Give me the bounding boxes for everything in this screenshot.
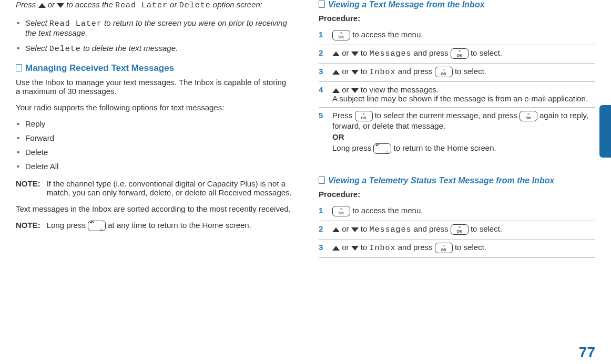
step-number: 1 xyxy=(319,30,325,39)
step-body: to access the menu. xyxy=(332,30,595,40)
up-arrow-icon xyxy=(332,70,340,75)
up-arrow-icon xyxy=(332,227,340,232)
step-text: to xyxy=(359,224,370,233)
home-key-icon xyxy=(373,143,391,154)
options-list: Reply Forward Delete Delete All xyxy=(16,119,292,171)
note-label: NOTE: xyxy=(16,179,40,197)
step-row: 4 or to view the messages. A subject lin… xyxy=(319,82,595,108)
up-arrow-icon xyxy=(38,3,46,8)
step-text: and press xyxy=(396,67,435,76)
intro-text: or xyxy=(168,0,179,9)
step-body: or to Messages and press to select. xyxy=(332,224,595,235)
intro-paragraph: Press or to access the Read Later or Del… xyxy=(16,0,292,10)
down-arrow-icon xyxy=(351,246,359,251)
delete-option: Delete xyxy=(179,1,211,10)
down-arrow-icon xyxy=(351,227,359,232)
page-icon xyxy=(319,176,325,184)
page-icon xyxy=(319,1,325,8)
step-row: 3 or to Inbox and press to select. xyxy=(319,240,595,258)
note-text-part: at any time to return to the Home screen… xyxy=(106,221,251,230)
bullet-text: to delete the text message. xyxy=(81,44,178,53)
right-column: Viewing a Text Message from the Inbox Pr… xyxy=(319,0,595,258)
home-key-icon xyxy=(88,221,106,231)
step-text: to select. xyxy=(453,243,486,252)
step-alt: Long press to return to the Home screen. xyxy=(332,143,595,154)
note-label: NOTE: xyxy=(16,221,40,231)
down-arrow-icon xyxy=(57,3,64,8)
step-text: Press xyxy=(332,111,355,120)
note-block: NOTE: Long press at any time to return t… xyxy=(16,221,292,231)
inbox-menu: Inbox xyxy=(370,244,396,253)
list-item: Delete xyxy=(16,148,292,157)
ok-key-icon xyxy=(355,111,373,121)
list-item: Reply xyxy=(16,119,292,128)
ok-key-icon xyxy=(451,48,469,59)
step-text: Long press xyxy=(332,143,373,152)
step-body: or to Inbox and press to select. xyxy=(332,243,595,253)
step-body: Press to select the current message, and… xyxy=(332,111,595,154)
read-later-option: Read Later xyxy=(115,1,168,10)
read-later-option: Read Later xyxy=(49,19,102,28)
step-text: and press xyxy=(412,48,451,57)
step-number: 2 xyxy=(319,224,325,233)
messages-menu: Messages xyxy=(370,225,412,234)
step-number: 3 xyxy=(319,67,325,76)
step-text: or xyxy=(340,67,351,76)
language-tab xyxy=(599,105,611,158)
step-row: 1 to access the menu. xyxy=(319,27,595,45)
step-text: and press xyxy=(396,243,435,252)
step-number: 4 xyxy=(319,85,325,94)
options-intro-text: Your radio supports the following option… xyxy=(16,103,292,112)
step-number: 5 xyxy=(319,111,325,120)
intro-text: to access the xyxy=(64,0,115,9)
step-body: or to Messages and press to select. xyxy=(332,48,595,59)
option-bullet-list: Select Read Later to return to the scree… xyxy=(16,18,292,54)
step-row: 5 Press to select the current message, a… xyxy=(319,108,595,158)
ok-key-icon xyxy=(451,224,469,235)
step-text: or xyxy=(340,224,351,233)
step-text: to xyxy=(359,67,370,76)
step-number: 2 xyxy=(319,48,325,57)
down-arrow-icon xyxy=(351,70,359,75)
managing-section-heading: Managing Received Text Messages xyxy=(16,63,292,74)
step-row: 2 or to Messages and press to select. xyxy=(319,45,595,64)
step-text: to xyxy=(359,243,370,252)
section-title-text: Viewing a Telemetry Status Text Message … xyxy=(328,176,554,185)
page-icon xyxy=(16,64,22,71)
inbox-capacity-text: Use the Inbox to manage your text messag… xyxy=(16,78,292,96)
step-text: or xyxy=(340,48,351,57)
left-column: Press or to access the Read Later or Del… xyxy=(16,0,292,258)
step-text: or xyxy=(340,85,351,94)
step-text: to xyxy=(359,48,370,57)
note-text-part: Long press xyxy=(47,221,88,230)
step-subtext: A subject line may be shown if the messa… xyxy=(332,94,595,103)
step-text: to access the menu. xyxy=(350,206,423,215)
inbox-menu: Inbox xyxy=(370,68,396,77)
step-text: to view the messages. xyxy=(359,85,439,94)
up-arrow-icon xyxy=(332,246,340,251)
viewing-section-heading: Viewing a Text Message from the Inbox xyxy=(319,0,595,9)
bullet-text: Select xyxy=(25,18,49,27)
step-row: 1 to access the menu. xyxy=(319,203,595,221)
list-item: Select Read Later to return to the scree… xyxy=(16,18,292,37)
note-text: Long press at any time to return to the … xyxy=(47,221,251,231)
sort-info-text: Text messages in the Inbox are sorted ac… xyxy=(16,204,292,213)
list-item: Forward xyxy=(16,133,292,142)
ok-key-icon xyxy=(435,67,453,77)
step-body: or to view the messages. A subject line … xyxy=(332,85,595,103)
intro-text: Press xyxy=(16,0,38,9)
down-arrow-icon xyxy=(351,88,359,93)
ok-key-icon xyxy=(435,243,453,253)
step-body: to access the menu. xyxy=(332,206,595,216)
intro-text: option screen: xyxy=(211,0,262,9)
step-number: 3 xyxy=(319,243,325,252)
page-number: 77 xyxy=(579,344,595,361)
section-title-text: Managing Received Text Messages xyxy=(25,63,174,73)
step-body: or to Inbox and press to select. xyxy=(332,67,595,77)
intro-text: or xyxy=(46,0,57,9)
down-arrow-icon xyxy=(351,51,359,56)
procedure-label: Procedure: xyxy=(319,190,595,199)
step-number: 1 xyxy=(319,206,325,215)
step-text: to select. xyxy=(453,67,486,76)
step-text: to return to the Home screen. xyxy=(391,143,496,152)
